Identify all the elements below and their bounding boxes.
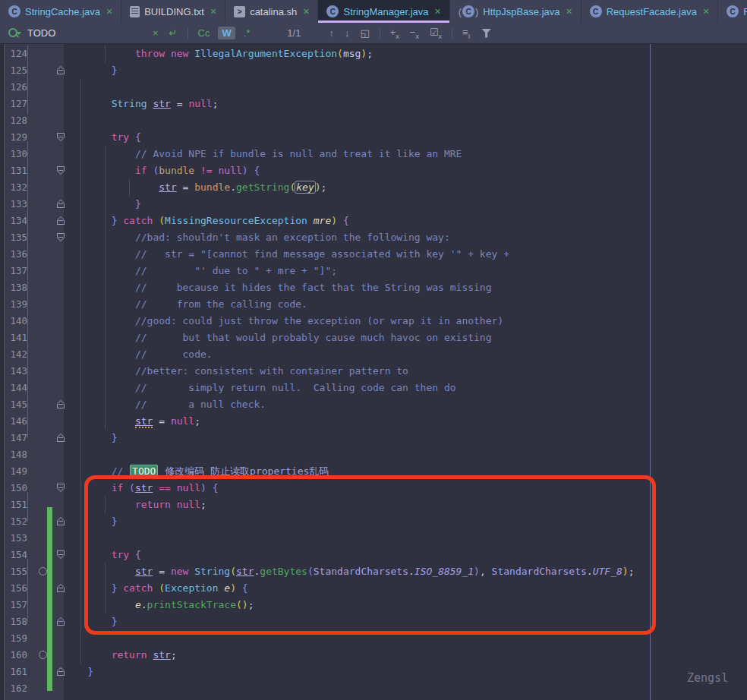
search-icon[interactable] (8, 27, 20, 39)
code-text[interactable]: // Avoid NPE if bundle is null and treat… (64, 146, 462, 162)
line-number[interactable]: 154 (0, 547, 33, 563)
line-number[interactable]: 143 (0, 363, 33, 380)
code-text[interactable]: try { (64, 129, 141, 146)
line-number[interactable]: 161 (0, 664, 33, 680)
line-number[interactable]: 162 (0, 680, 33, 697)
select-all-occurrences-icon[interactable]: ☑x (430, 27, 442, 40)
line-number[interactable]: 125 (0, 62, 33, 79)
tab-catalina-sh[interactable]: >catalina.sh× (225, 0, 318, 23)
line-number[interactable]: 151 (0, 497, 33, 513)
line-number[interactable]: 129 (0, 129, 33, 146)
code-text[interactable]: // code. (64, 346, 213, 363)
close-tab-icon[interactable]: × (210, 6, 216, 17)
line-number[interactable]: 145 (0, 396, 33, 413)
line-number[interactable]: 149 (0, 463, 33, 480)
line-number[interactable]: 133 (0, 196, 33, 213)
search-input[interactable]: TODO (27, 27, 147, 39)
fold-expand-icon[interactable] (57, 133, 65, 141)
code-text[interactable]: } (64, 430, 117, 446)
next-match-button[interactable]: ↓ (345, 27, 350, 39)
code-text[interactable]: //good: could just throw the exception (… (64, 313, 503, 330)
close-tab-icon[interactable]: × (303, 6, 309, 17)
line-number[interactable]: 146 (0, 413, 33, 430)
fold-collapse-icon[interactable] (57, 434, 65, 442)
fold-expand-icon[interactable] (57, 166, 65, 175)
fold-collapse-icon[interactable] (57, 400, 65, 408)
line-number[interactable]: 132 (0, 179, 33, 196)
line-number[interactable]: 144 (0, 380, 33, 396)
line-number[interactable]: 141 (0, 330, 33, 346)
regex-toggle[interactable]: .* (244, 27, 251, 39)
prev-match-button[interactable]: ↑ (329, 27, 334, 39)
close-tab-icon[interactable]: × (566, 6, 572, 17)
fold-collapse-icon[interactable] (57, 216, 65, 225)
tab-stringmanager-java[interactable]: CStringManager.java× (318, 0, 449, 23)
code-text[interactable]: // because it hides the fact that the St… (64, 279, 492, 296)
line-number[interactable]: 158 (0, 613, 33, 630)
line-number[interactable]: 155 (0, 563, 33, 580)
line-number[interactable]: 138 (0, 279, 33, 296)
tab-httpjspbase-java[interactable]: (C)HttpJspBase.java× (450, 0, 582, 23)
line-number[interactable]: 153 (0, 530, 33, 547)
code-text[interactable]: } (64, 664, 93, 680)
code-text[interactable]: // from the calling code. (64, 296, 307, 313)
line-number[interactable]: 150 (0, 480, 33, 497)
line-number[interactable]: 127 (0, 96, 33, 112)
code-text[interactable]: if (bundle != null) { (64, 162, 260, 179)
tab-requestfacade-java[interactable]: CRequestFacade.java× (582, 0, 718, 23)
code-text[interactable]: String str = null; (64, 96, 219, 112)
line-number[interactable]: 147 (0, 430, 33, 446)
code-text[interactable]: str = null; (64, 413, 200, 430)
close-tab-icon[interactable]: × (434, 6, 440, 17)
code-text[interactable]: // "' due to " + mre + "]"; (64, 263, 337, 279)
line-number[interactable]: 159 (0, 630, 33, 647)
search-context-icon[interactable]: ≡I (462, 27, 470, 40)
fold-collapse-icon[interactable] (57, 667, 65, 676)
line-number[interactable]: 148 (0, 446, 33, 463)
code-text[interactable]: //bad: shouldn't mask an exception the f… (64, 229, 450, 246)
close-tab-icon[interactable]: × (106, 6, 112, 17)
clear-search-icon[interactable]: × (153, 27, 159, 39)
tab-request-java[interactable]: CRequest.java× (718, 0, 747, 23)
newline-icon[interactable]: ↵ (169, 27, 178, 39)
code-text[interactable]: // str = "[cannot find message associate… (64, 246, 509, 263)
fold-collapse-icon[interactable] (57, 617, 65, 626)
tab-stringcache-java[interactable]: CStringCache.java× (0, 0, 121, 23)
code-text[interactable]: } catch (MissingResourceException mre) { (64, 213, 349, 229)
line-number[interactable]: 152 (0, 513, 33, 530)
line-number[interactable]: 142 (0, 346, 33, 363)
line-number[interactable]: 131 (0, 162, 33, 179)
code-text[interactable]: return str; (64, 647, 177, 664)
fold-collapse-icon[interactable] (57, 200, 65, 208)
fold-collapse-icon[interactable] (57, 66, 65, 74)
in-selection-toggle[interactable]: ◱ (360, 27, 369, 39)
line-number[interactable]: 136 (0, 246, 33, 263)
line-number[interactable]: 140 (0, 313, 33, 330)
line-number[interactable]: 156 (0, 580, 33, 597)
fold-expand-icon[interactable] (57, 550, 65, 559)
line-number[interactable]: 160 (0, 647, 33, 664)
fold-collapse-icon[interactable] (57, 517, 65, 525)
line-number[interactable]: 124 (0, 46, 33, 62)
fold-expand-icon[interactable] (57, 484, 65, 492)
code-text[interactable]: // simply return null. Calling code can … (64, 380, 456, 396)
code-text[interactable]: } (64, 196, 141, 213)
add-occurrence-icon[interactable]: +x (390, 27, 399, 40)
code-text[interactable]: // but that would probably cause much ha… (64, 330, 492, 346)
line-number[interactable]: 157 (0, 597, 33, 613)
code-text[interactable]: throw new IllegalArgumentException(msg); (64, 46, 373, 62)
code-text[interactable]: } (64, 62, 117, 79)
line-number[interactable]: 134 (0, 213, 33, 229)
code-editor[interactable]: 124 throw new IllegalArgumentException(m… (0, 44, 747, 700)
words-toggle[interactable]: W (218, 27, 235, 39)
line-number[interactable]: 128 (0, 112, 33, 129)
match-case-toggle[interactable]: Cc (198, 27, 210, 39)
fold-expand-icon[interactable] (57, 233, 65, 241)
line-number[interactable]: 139 (0, 296, 33, 313)
code-text[interactable]: //better: consistent with container patt… (64, 363, 408, 380)
filter-icon[interactable] (481, 29, 491, 38)
line-number[interactable]: 126 (0, 79, 33, 96)
fold-collapse-icon[interactable] (57, 584, 65, 592)
remove-occurrence-icon[interactable]: −x (410, 27, 419, 40)
close-tab-icon[interactable]: × (703, 6, 709, 17)
